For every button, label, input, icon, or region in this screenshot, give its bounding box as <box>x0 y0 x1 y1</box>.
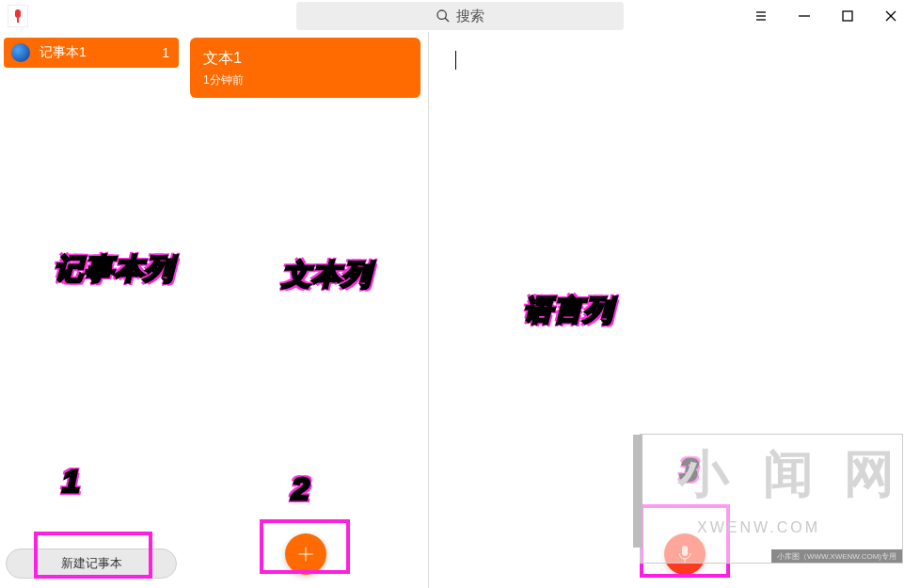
svg-line-3 <box>445 18 449 22</box>
watermark-panel: 小 闻 网 XWENW.COM 小库图（WWW.XWENW.COM)专用 <box>640 434 903 564</box>
watermark-bar: 小库图（WWW.XWENW.COM)专用 <box>771 549 902 563</box>
annotation-rect-1 <box>34 532 152 579</box>
watermark-char-1: 小 <box>678 440 733 509</box>
watermark-strip <box>633 435 642 548</box>
annotation-label-col2: 文本列 <box>282 256 373 294</box>
note-time: 1分钟前 <box>203 72 407 88</box>
window-controls <box>736 0 916 32</box>
watermark-domain: XWENW.COM <box>697 519 820 536</box>
title-bar: 搜索 <box>0 0 920 32</box>
annotation-rect-2 <box>260 519 350 574</box>
note-card[interactable]: 文本1 1分钟前 <box>190 38 420 98</box>
notebook-list-column: 记事本1 1 新建记事本 <box>0 32 182 588</box>
notebook-count: 1 <box>162 45 169 60</box>
text-cursor <box>455 51 456 70</box>
annotation-label-col1: 记事本列 <box>55 250 175 289</box>
globe-icon <box>11 43 30 62</box>
search-input[interactable]: 搜索 <box>296 2 624 30</box>
notebook-item[interactable]: 记事本1 1 <box>4 38 179 68</box>
watermark-bar-text: 小库图（WWW.XWENW.COM)专用 <box>777 551 896 562</box>
annotation-number-1: 1 <box>62 463 80 500</box>
search-icon <box>436 8 451 24</box>
minimize-button[interactable] <box>796 8 813 24</box>
annotation-number-2: 2 <box>292 470 309 507</box>
svg-point-2 <box>437 10 446 19</box>
svg-rect-1 <box>17 18 19 23</box>
app-logo <box>8 5 28 27</box>
note-title: 文本1 <box>203 49 407 69</box>
watermark-char-2: 闻 <box>763 440 817 509</box>
search-placeholder: 搜索 <box>456 8 484 25</box>
svg-rect-8 <box>843 11 852 21</box>
watermark-char-3: 网 <box>844 440 898 509</box>
maximize-button[interactable] <box>839 8 856 24</box>
close-button[interactable] <box>882 8 899 24</box>
annotation-label-col3: 语言列 <box>524 292 614 330</box>
menu-icon[interactable] <box>753 8 769 24</box>
svg-rect-0 <box>15 9 21 18</box>
notebook-name: 记事本1 <box>40 44 87 61</box>
